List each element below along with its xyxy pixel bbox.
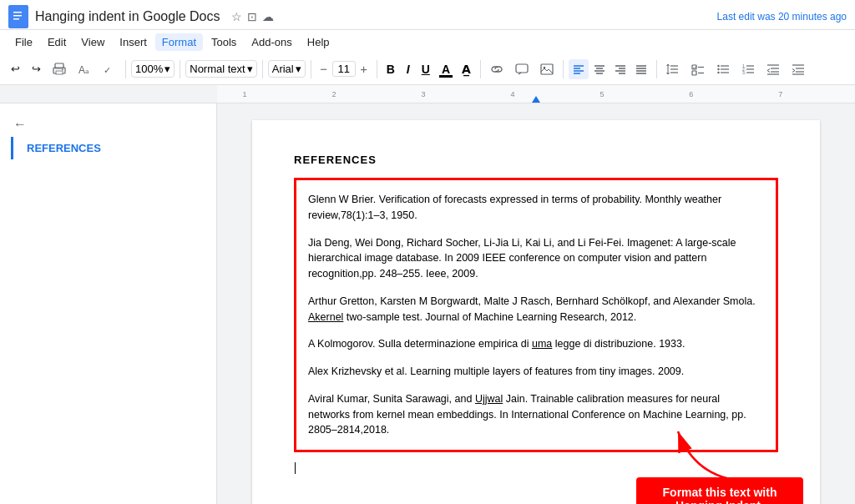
ruler-label-3: 3 — [421, 90, 425, 98]
svg-rect-34 — [692, 71, 696, 75]
italic-button[interactable]: I — [402, 61, 414, 78]
divider-5 — [377, 60, 377, 78]
svg-point-38 — [717, 71, 719, 73]
divider-8 — [656, 60, 657, 78]
align-justify-button[interactable] — [631, 59, 651, 79]
divider-2 — [180, 60, 180, 78]
title-icons: ☆ ⊡ ☁ — [231, 10, 274, 23]
spell-check-button[interactable]: ✓ — [99, 60, 120, 78]
text-style-arrow: ▾ — [247, 63, 253, 75]
redo-button[interactable]: ↪ — [28, 60, 45, 78]
svg-point-37 — [717, 68, 719, 69]
title-bar: Hanging indent in Google Docs ☆ ⊡ ☁ Last… — [0, 0, 855, 30]
svg-rect-2 — [13, 15, 22, 17]
image-button[interactable] — [536, 60, 558, 78]
doc-icon — [8, 5, 28, 28]
annotation-text: Format this text with Hanging Indent. — [663, 486, 777, 504]
undo-button[interactable]: ↩ — [7, 60, 24, 78]
zoom-select[interactable]: 100% ▾ — [131, 60, 175, 78]
zoom-value: 100% — [135, 63, 163, 75]
font-select[interactable]: Arial ▾ — [268, 60, 306, 78]
grid-icon[interactable]: ⊡ — [247, 10, 257, 23]
ref-entry-4: A Kolmogorov. Sulla determinazione empir… — [308, 336, 764, 352]
font-size-control: − + — [316, 60, 372, 78]
ruler-sidebar — [0, 85, 217, 103]
menu-view[interactable]: View — [74, 33, 111, 51]
sidebar-back-button[interactable]: ← — [0, 112, 216, 137]
annotation-container: Format this text with Hanging Indent. — [636, 477, 803, 504]
link-button[interactable] — [486, 60, 508, 78]
font-size-decrease[interactable]: − — [316, 60, 331, 78]
text-style-select[interactable]: Normal text ▾ — [185, 60, 256, 78]
menu-format[interactable]: Format — [155, 33, 203, 51]
toolbar: ↩ ↪ Aₐ ✓ 100% ▾ Normal text ▾ Arial ▾ − … — [0, 53, 855, 85]
cloud-icon: ☁ — [262, 10, 274, 23]
highlight-button[interactable]: A̲ — [458, 61, 475, 78]
references-heading: REFERENCES — [294, 154, 778, 166]
align-buttons — [569, 59, 651, 79]
font-size-input[interactable] — [332, 61, 356, 77]
annotation-box: Format this text with Hanging Indent. — [636, 477, 803, 504]
uma-underline: uma — [532, 338, 552, 350]
sidebar-references-item[interactable]: REFERENCES — [11, 137, 216, 159]
print-button[interactable] — [48, 60, 70, 78]
ruler-label-6: 6 — [689, 90, 693, 98]
numbered-list-button[interactable]: 1.2.3. — [737, 60, 759, 78]
svg-rect-1 — [13, 12, 22, 13]
ref-entry-2: Jia Deng, Wei Dong, Richard Socher, Li-J… — [308, 235, 764, 282]
divider-6 — [480, 60, 481, 78]
svg-text:3.: 3. — [742, 70, 746, 75]
align-left-button[interactable] — [569, 59, 589, 79]
main-layout: ← REFERENCES REFERENCES Glenn W Brier. V… — [0, 103, 855, 504]
ruler: 1 2 3 4 5 6 7 — [0, 85, 855, 103]
bullet-list-button[interactable] — [712, 60, 734, 78]
menu-file[interactable]: File — [8, 33, 39, 51]
checklist-button[interactable] — [687, 60, 709, 78]
svg-rect-0 — [11, 8, 26, 26]
text-color-button[interactable]: A — [438, 61, 454, 78]
ref-entry-3: Arthur Gretton, Karsten M Borgwardt, Mal… — [308, 294, 764, 325]
line-spacing-button[interactable] — [662, 60, 684, 78]
increase-indent-button[interactable] — [787, 60, 809, 78]
akernel-underline: Akernel — [308, 311, 343, 323]
paint-format-button[interactable]: Aₐ — [73, 60, 95, 78]
zoom-arrow: ▾ — [164, 63, 170, 75]
underline-button[interactable]: U — [417, 61, 434, 78]
comment-button[interactable] — [511, 60, 533, 78]
divider-7 — [563, 60, 564, 78]
ref-entry-1: Glenn W Brier. Verification of forecasts… — [308, 192, 764, 224]
ruler-label-1: 1 — [243, 90, 247, 98]
ujjwal-underline: Ujjwal — [475, 393, 503, 405]
svg-point-36 — [717, 64, 719, 66]
ref-entry-5: Alex Krizhevsky et al. Learning multiple… — [308, 364, 764, 380]
text-color-indicator — [439, 75, 453, 78]
font-size-increase[interactable]: + — [357, 60, 372, 78]
align-right-button[interactable] — [610, 59, 630, 79]
decrease-indent-button[interactable] — [762, 60, 784, 78]
menu-help[interactable]: Help — [301, 33, 336, 51]
back-arrow-icon: ← — [13, 117, 27, 132]
menu-edit[interactable]: Edit — [41, 33, 73, 51]
ruler-main: 1 2 3 4 5 6 7 — [217, 85, 855, 103]
ruler-indent-marker[interactable] — [532, 96, 540, 103]
references-box: Glenn W Brier. Verification of forecasts… — [294, 178, 778, 452]
last-edit-link[interactable]: Last edit was 20 minutes ago — [717, 11, 847, 23]
svg-rect-6 — [56, 71, 63, 74]
doc-area[interactable]: REFERENCES Glenn W Brier. Verification o… — [217, 103, 855, 504]
ruler-label-5: 5 — [600, 90, 604, 98]
star-icon[interactable]: ☆ — [231, 10, 242, 23]
menu-tools[interactable]: Tools — [205, 33, 243, 51]
ruler-label-7: 7 — [778, 90, 782, 98]
bold-button[interactable]: B — [382, 61, 399, 78]
divider-3 — [262, 60, 263, 78]
doc-title: Hanging indent in Google Docs — [35, 9, 220, 24]
menu-addons[interactable]: Add-ons — [245, 33, 298, 51]
menu-bar: File Edit View Insert Format Tools Add-o… — [0, 30, 855, 53]
svg-text:Aₐ: Aₐ — [78, 64, 89, 76]
sidebar: ← REFERENCES — [0, 103, 217, 504]
menu-insert[interactable]: Insert — [113, 33, 154, 51]
title-info: Hanging indent in Google Docs ☆ ⊡ ☁ Last… — [35, 9, 847, 24]
text-style-value: Normal text — [190, 63, 245, 75]
font-value: Arial — [272, 63, 294, 75]
align-center-button[interactable] — [589, 59, 610, 79]
